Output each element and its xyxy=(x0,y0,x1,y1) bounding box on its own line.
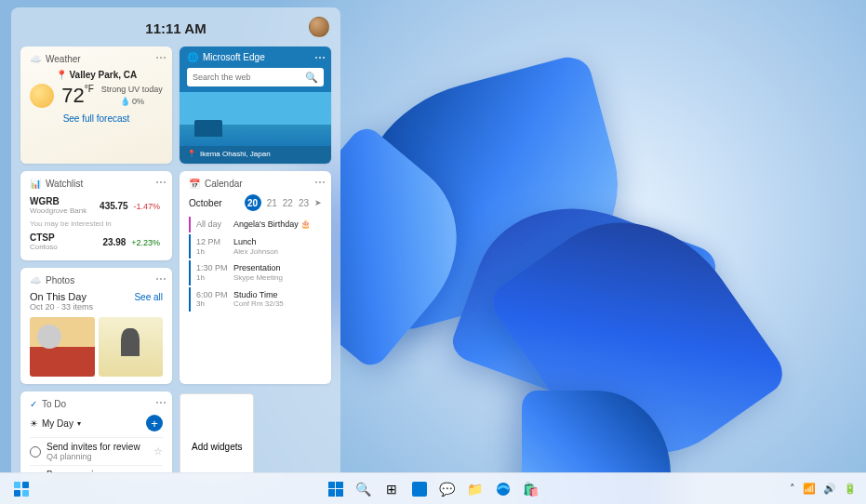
edge-icon: 🌐 xyxy=(187,52,198,62)
todo-more-icon[interactable]: ⋯ xyxy=(155,397,167,408)
calendar-day[interactable]: 21 xyxy=(267,198,277,208)
store-icon[interactable]: 🛍️ xyxy=(519,477,543,501)
watchlist-icon: 📊 xyxy=(30,179,41,189)
todo-tab-myday[interactable]: ☀My Day▾ xyxy=(30,418,81,429)
weather-icon: ☁️ xyxy=(30,54,41,64)
photos-icon: ☁️ xyxy=(30,275,41,285)
weather-widget[interactable]: ☁️Weather ⋯ 📍 Valley Park, CA 72°F Stron… xyxy=(20,46,172,164)
chat-icon[interactable]: 💬 xyxy=(435,477,460,501)
tray-chevron-icon[interactable]: ˄ xyxy=(790,483,795,495)
svg-rect-2 xyxy=(14,490,20,497)
watchlist-row[interactable]: CTSPContoso23.98 +2.23% xyxy=(30,231,163,253)
forecast-link[interactable]: See full forecast xyxy=(30,113,163,124)
battery-icon[interactable]: 🔋 xyxy=(844,483,857,495)
edge-widget[interactable]: 🌐 Microsoft Edge ⋯ 🔍 📍Ikema Ohashi, Japa… xyxy=(180,46,331,164)
wifi-icon[interactable]: 📶 xyxy=(803,483,816,495)
photo-thumbnail[interactable] xyxy=(30,317,95,377)
edge-search-input[interactable] xyxy=(193,73,305,82)
todo-add-button[interactable]: + xyxy=(146,415,163,431)
svg-rect-1 xyxy=(22,482,29,488)
calendar-more-icon[interactable]: ⋯ xyxy=(314,177,326,188)
profile-avatar[interactable] xyxy=(309,17,329,37)
chevron-down-icon[interactable]: ➤ xyxy=(314,198,322,207)
calendar-event[interactable]: 6:00 PM3hStudio Time Conf Rm 32/35 xyxy=(189,287,322,312)
weather-more-icon[interactable]: ⋯ xyxy=(155,52,167,63)
calendar-event[interactable]: 1:30 PM1hPresentation Skype Meeting xyxy=(189,260,322,285)
widgets-panel: 11:11 AM ☁️Weather ⋯ 📍 Valley Park, CA 7… xyxy=(11,7,340,482)
taskbar-widgets-button[interactable] xyxy=(9,477,33,501)
calendar-event[interactable]: 12 PM1hLunch Alex Johnson xyxy=(189,234,322,259)
taskbar: 🔍 ⊞ 💬 📁 🛍️ ˄ 📶 🔊 🔋 xyxy=(0,472,866,504)
edge-more-icon[interactable]: ⋯ xyxy=(314,52,326,63)
todo-item[interactable]: Send invites for reviewQ4 planning☆ xyxy=(30,437,163,465)
watchlist-widget[interactable]: 📊Watchlist ⋯ WGRBWoodgrove Bank435.75 -1… xyxy=(20,171,172,260)
edge-search-box[interactable]: 🔍 xyxy=(187,68,324,86)
star-icon[interactable]: ☆ xyxy=(153,445,163,458)
todo-widget[interactable]: ✓To Do ⋯ ☀My Day▾ + Send invites for rev… xyxy=(20,391,172,482)
calendar-event[interactable]: All dayAngela's Birthday 🎂 xyxy=(189,217,322,232)
taskbar-search-icon[interactable]: 🔍 xyxy=(352,477,376,501)
edge-taskbar-icon[interactable] xyxy=(491,477,515,501)
calendar-day[interactable]: 22 xyxy=(283,198,293,208)
calendar-widget[interactable]: 📅Calendar ⋯ October 20 21 22 23 ➤ All da… xyxy=(180,171,331,384)
widgets-time: 11:11 AM xyxy=(145,20,206,36)
watchlist-more-icon[interactable]: ⋯ xyxy=(155,177,167,188)
sun-icon xyxy=(30,84,54,108)
photos-widget[interactable]: ☁️Photos ⋯ On This Day Oct 20 · 33 items… xyxy=(20,268,172,384)
svg-rect-4 xyxy=(412,482,427,497)
calendar-selected-day[interactable]: 20 xyxy=(245,194,261,211)
edge-image xyxy=(180,92,331,146)
photos-more-icon[interactable]: ⋯ xyxy=(155,273,167,285)
photos-see-all[interactable]: See all xyxy=(134,292,163,302)
watchlist-row[interactable]: WGRBWoodgrove Bank435.75 -1.47% xyxy=(30,194,163,217)
search-icon[interactable]: 🔍 xyxy=(305,72,318,84)
calendar-day[interactable]: 23 xyxy=(299,198,309,208)
svg-rect-3 xyxy=(22,490,29,497)
calendar-icon: 📅 xyxy=(189,179,200,189)
svg-rect-0 xyxy=(14,482,20,488)
add-widgets-button[interactable]: Add widgets xyxy=(180,393,254,482)
location-icon: 📍 xyxy=(187,150,196,158)
photo-thumbnail[interactable] xyxy=(99,317,164,377)
start-button[interactable] xyxy=(324,477,348,501)
taskbar-app-icon[interactable] xyxy=(407,477,432,501)
system-tray[interactable]: ˄ 📶 🔊 🔋 xyxy=(790,483,857,495)
volume-icon[interactable]: 🔊 xyxy=(823,483,836,495)
todo-icon: ✓ xyxy=(30,399,37,409)
todo-radio[interactable] xyxy=(30,446,41,458)
file-explorer-icon[interactable]: 📁 xyxy=(463,477,487,501)
task-view-icon[interactable]: ⊞ xyxy=(380,477,404,501)
